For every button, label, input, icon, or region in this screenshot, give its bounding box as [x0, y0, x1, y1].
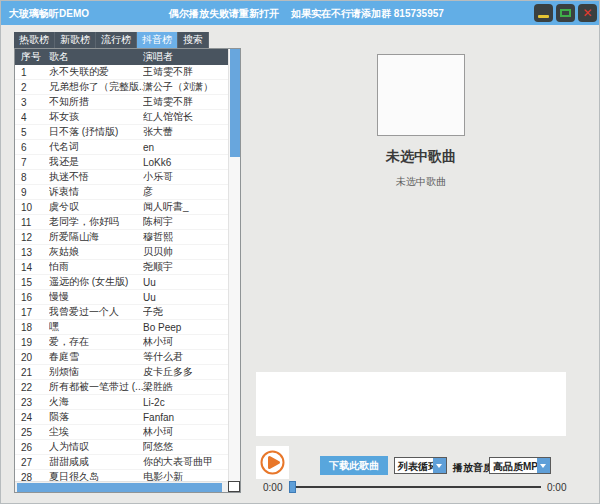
- cell-artist: 贝贝帅: [143, 245, 228, 259]
- minimize-button[interactable]: [534, 4, 553, 22]
- cell-index: 6: [21, 142, 49, 153]
- lyrics-panel: [256, 372, 566, 436]
- table-row[interactable]: 26人为情叹阿悠悠: [15, 440, 228, 455]
- table-row[interactable]: 4坏女孩红人馆馆长: [15, 110, 228, 125]
- time-total: 0:00: [547, 482, 566, 493]
- cell-index: 15: [21, 277, 49, 288]
- cell-artist: Uu: [143, 277, 228, 288]
- cell-artist: LoKk6: [143, 157, 228, 168]
- cell-artist: Fanfan: [143, 412, 228, 423]
- table-row[interactable]: 7我还是LoKk6: [15, 155, 228, 170]
- notice-text-2: 如果实在不行请添加群 815735957: [291, 7, 444, 21]
- slider-handle[interactable]: [289, 481, 296, 493]
- cell-artist: 闻人听書_: [143, 200, 228, 214]
- table-row[interactable]: 22所有都被一笔带过 (...梁胜皓: [15, 380, 228, 395]
- tab-hot-songs[interactable]: 热歌榜: [14, 32, 55, 48]
- tab-new-songs[interactable]: 新歌榜: [55, 32, 96, 48]
- table-row[interactable]: 12所爱隔山海穆哲熙: [15, 230, 228, 245]
- cell-artist: 潇公子（刘潇）: [143, 80, 228, 94]
- table-row[interactable]: 24陨落Fanfan: [15, 410, 228, 425]
- table-row[interactable]: 15遥远的你 (女生版)Uu: [15, 275, 228, 290]
- table-row[interactable]: 14怕雨尧顺宇: [15, 260, 228, 275]
- cell-song: 老同学，你好吗: [49, 215, 143, 229]
- song-table: 序号 歌名 演唱者 1永不失联的爱王靖雯不胖2兄弟想你了（完整版...潇公子（刘…: [14, 48, 241, 493]
- cell-index: 13: [21, 247, 49, 258]
- cell-song: 遥远的你 (女生版): [49, 275, 143, 289]
- table-row[interactable]: 27甜甜咸咸你的大表哥曲甲: [15, 455, 228, 470]
- cell-song: 灰姑娘: [49, 245, 143, 259]
- cell-artist: 梁胜皓: [143, 380, 228, 394]
- cell-artist: 彦: [143, 185, 228, 199]
- cell-song: 坏女孩: [49, 110, 143, 124]
- cell-song: 人为情叹: [49, 440, 143, 454]
- cell-song: 虞兮叹: [49, 200, 143, 214]
- no-song-title: 未选中歌曲: [241, 148, 600, 166]
- cell-song: 诉衷情: [49, 185, 143, 199]
- maximize-button[interactable]: [556, 4, 575, 22]
- cell-song: 火海: [49, 395, 143, 409]
- cell-index: 25: [21, 427, 49, 438]
- h-scrollbar-thumb[interactable]: [17, 483, 222, 492]
- table-row[interactable]: 20春庭雪等什么君: [15, 350, 228, 365]
- window-controls: ✕: [534, 4, 597, 22]
- table-row[interactable]: 11老同学，你好吗陈柯宇: [15, 215, 228, 230]
- cell-artist: 林小珂: [143, 425, 228, 439]
- header-song: 歌名: [49, 50, 143, 64]
- table-row[interactable]: 23火海Li-2c: [15, 395, 228, 410]
- app-window: 大玻璃畅听DEMO 偶尔播放失败请重新打开 如果实在不行请添加群 8157359…: [0, 0, 600, 504]
- table-row[interactable]: 13灰姑娘贝贝帅: [15, 245, 228, 260]
- tab-trending[interactable]: 流行榜: [96, 32, 137, 48]
- cell-index: 2: [21, 82, 49, 93]
- cell-artist: Li-2c: [143, 397, 228, 408]
- cell-song: 春庭雪: [49, 350, 143, 364]
- table-row[interactable]: 17我曾爱过一个人子尧: [15, 305, 228, 320]
- cell-index: 14: [21, 262, 49, 273]
- progress-slider[interactable]: [289, 481, 541, 493]
- table-row[interactable]: 21别烦恼皮卡丘多多: [15, 365, 228, 380]
- song-table-body: 1永不失联的爱王靖雯不胖2兄弟想你了（完整版...潇公子（刘潇）3不知所措王靖雯…: [15, 65, 228, 492]
- table-row[interactable]: 5日不落 (抒情版)张大蕾: [15, 125, 228, 140]
- table-row[interactable]: 10虞兮叹闻人听書_: [15, 200, 228, 215]
- table-header: 序号 歌名 演唱者: [15, 49, 228, 65]
- vertical-scrollbar[interactable]: [228, 49, 240, 481]
- cell-song: 嘿: [49, 320, 143, 334]
- tab-search[interactable]: 搜索: [178, 32, 209, 48]
- quality-select[interactable]: 高品质MP3: [489, 457, 551, 474]
- cell-song: 怕雨: [49, 260, 143, 274]
- cell-song: 所有都被一笔带过 (...: [49, 380, 143, 394]
- table-row[interactable]: 8执迷不悟小乐哥: [15, 170, 228, 185]
- play-button[interactable]: [256, 446, 289, 479]
- cell-artist: 你的大表哥曲甲: [143, 455, 228, 469]
- cell-song: 陨落: [49, 410, 143, 424]
- table-row[interactable]: 6代名词en: [15, 140, 228, 155]
- table-row[interactable]: 19爱，存在林小珂: [15, 335, 228, 350]
- table-row[interactable]: 9诉衷情彦: [15, 185, 228, 200]
- cell-index: 23: [21, 397, 49, 408]
- table-row[interactable]: 18嘿Bo Peep: [15, 320, 228, 335]
- table-row[interactable]: 2兄弟想你了（完整版...潇公子（刘潇）: [15, 80, 228, 95]
- minimize-icon: [538, 15, 549, 18]
- horizontal-scrollbar[interactable]: [15, 481, 228, 492]
- close-button[interactable]: ✕: [578, 4, 597, 22]
- download-button[interactable]: 下载此歌曲: [320, 456, 388, 475]
- v-scrollbar-thumb[interactable]: [230, 49, 240, 157]
- chevron-down-icon[interactable]: [433, 458, 446, 473]
- cell-index: 17: [21, 307, 49, 318]
- table-row[interactable]: 16慢慢Uu: [15, 290, 228, 305]
- header-artist: 演唱者: [143, 50, 228, 64]
- cell-artist: 林小珂: [143, 335, 228, 349]
- close-icon: ✕: [578, 5, 597, 21]
- loop-mode-select[interactable]: 列表循环: [394, 457, 447, 474]
- table-row[interactable]: 3不知所措王靖雯不胖: [15, 95, 228, 110]
- chevron-down-icon[interactable]: [537, 458, 550, 473]
- cell-index: 18: [21, 322, 49, 333]
- slider-track[interactable]: [289, 486, 541, 488]
- chart-tabs: 热歌榜 新歌榜 流行榜 抖音榜 搜索: [14, 32, 209, 48]
- cell-index: 11: [21, 217, 49, 228]
- table-row[interactable]: 25尘埃林小珂: [15, 425, 228, 440]
- table-row[interactable]: 1永不失联的爱王靖雯不胖: [15, 65, 228, 80]
- tab-douyin[interactable]: 抖音榜: [137, 32, 178, 48]
- cell-artist: 穆哲熙: [143, 230, 228, 244]
- no-song-subtitle: 未选中歌曲: [241, 175, 600, 189]
- cell-song: 兄弟想你了（完整版...: [49, 80, 143, 94]
